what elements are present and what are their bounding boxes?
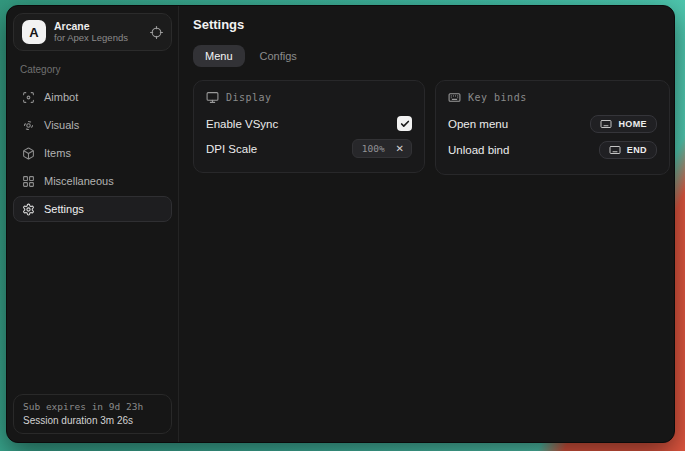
brand-subtitle: for Apex Legends <box>54 33 128 43</box>
dpi-row: DPI Scale 100% ✕ <box>206 136 412 161</box>
brand-name: Arcane <box>54 21 128 33</box>
gear-icon <box>22 203 35 216</box>
display-card-title: Display <box>226 92 272 103</box>
sidebar-item-settings[interactable]: Settings <box>13 196 172 222</box>
display-card: Display Enable VSync DPI Scale <box>193 80 425 173</box>
session-duration-text: Session duration 3m 26s <box>23 415 162 426</box>
vsync-checkbox[interactable] <box>397 116 412 131</box>
category-label: Category <box>20 64 165 75</box>
unload-bind-label: Unload bind <box>448 144 509 156</box>
unload-bind-row: Unload bind END <box>448 137 657 163</box>
keybinds-card: Key binds Open menu HOME <box>435 80 670 175</box>
vsync-label: Enable VSync <box>206 118 278 130</box>
sidebar-item-label: Settings <box>44 203 84 215</box>
dpi-scale-value: 100% <box>353 143 394 154</box>
tab-menu[interactable]: Menu <box>193 45 245 67</box>
page-title: Settings <box>193 17 670 32</box>
open-menu-keybind-button[interactable]: HOME <box>590 115 657 133</box>
sidebar-nav: Aimbot Visuals I <box>13 84 172 224</box>
unload-keybind-button[interactable]: END <box>599 141 657 159</box>
open-menu-label: Open menu <box>448 118 508 130</box>
tab-configs[interactable]: Configs <box>248 45 309 67</box>
sub-expires-text: Sub expires in 9d 23h <box>23 401 162 412</box>
eye-scan-icon <box>22 119 35 132</box>
brand-logo: A <box>22 20 46 44</box>
sidebar-item-aimbot[interactable]: Aimbot <box>13 84 172 110</box>
sidebar-item-label: Aimbot <box>44 91 78 103</box>
sidebar-item-items[interactable]: Items <box>13 140 172 166</box>
keyboard-icon <box>600 118 612 130</box>
unload-key: END <box>627 145 647 155</box>
crosshair-scan-icon <box>22 91 35 104</box>
sidebar-item-label: Visuals <box>44 119 79 131</box>
sidebar-item-label: Miscellaneous <box>44 175 114 187</box>
settings-cards: Display Enable VSync DPI Scale <box>193 80 670 175</box>
sidebar-item-label: Items <box>44 147 71 159</box>
sidebar: A Arcane for Apex Legends Category <box>7 6 179 442</box>
tab-bar: Menu Configs <box>193 45 670 67</box>
display-card-header: Display <box>206 91 412 104</box>
keyboard-icon <box>448 91 461 104</box>
dpi-scale-select[interactable]: 100% ✕ <box>352 139 412 158</box>
sidebar-item-miscellaneous[interactable]: Miscellaneous <box>13 168 172 194</box>
clear-x-icon[interactable]: ✕ <box>394 144 404 154</box>
crosshair-icon[interactable] <box>150 26 163 39</box>
brand-card[interactable]: A Arcane for Apex Legends <box>13 13 172 51</box>
arcane-window: A Arcane for Apex Legends Category <box>6 5 675 443</box>
brand-meta: Arcane for Apex Legends <box>54 21 128 44</box>
keybinds-card-header: Key binds <box>448 91 657 104</box>
open-menu-row: Open menu HOME <box>448 111 657 137</box>
check-icon <box>400 119 410 129</box>
vsync-row: Enable VSync <box>206 111 412 136</box>
open-menu-key: HOME <box>618 119 647 129</box>
dpi-label: DPI Scale <box>206 143 257 155</box>
keybinds-card-title: Key binds <box>468 92 527 103</box>
subscription-status-card: Sub expires in 9d 23h Session duration 3… <box>13 394 172 434</box>
monitor-icon <box>206 91 219 104</box>
sidebar-item-visuals[interactable]: Visuals <box>13 112 172 138</box>
main-content: Settings Menu Configs Display <box>179 6 675 442</box>
keyboard-icon <box>609 144 621 156</box>
package-icon <box>22 147 35 160</box>
desktop-background: A Arcane for Apex Legends Category <box>0 0 685 451</box>
grid-icon <box>22 175 35 188</box>
